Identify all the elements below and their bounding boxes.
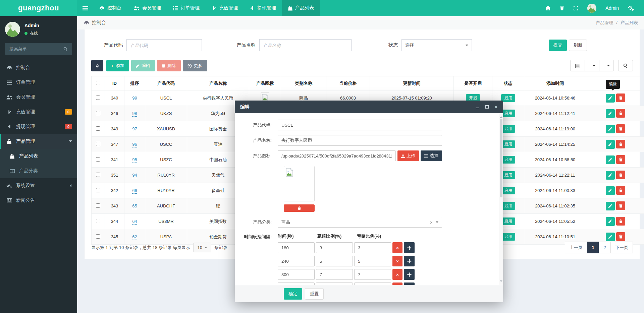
move-row-button[interactable]: [404, 283, 415, 285]
row-delete-button[interactable]: [616, 109, 625, 118]
row-edit-button[interactable]: [606, 171, 615, 180]
scrollbar-thumb[interactable]: [500, 119, 502, 197]
row-edit-button[interactable]: [606, 94, 615, 103]
header-open[interactable]: 是否开启: [454, 76, 492, 90]
header-icon[interactable]: 产品图标: [249, 76, 281, 90]
move-row-button[interactable]: [404, 242, 415, 253]
next-page-button[interactable]: 下一页: [610, 242, 633, 253]
row-checkbox[interactable]: [96, 188, 100, 192]
remove-image-button[interactable]: [284, 204, 315, 212]
header-code[interactable]: 产品代码: [145, 76, 187, 90]
sort-link[interactable]: 95: [132, 157, 137, 163]
row-delete-button[interactable]: [616, 232, 625, 241]
sidebar-item-product-mgmt[interactable]: 产品管理: [0, 134, 77, 149]
header-category[interactable]: 类别名称: [281, 76, 326, 90]
row-delete-button[interactable]: [616, 217, 625, 226]
sort-link[interactable]: 65: [132, 203, 137, 209]
header-price[interactable]: 当前价格: [326, 76, 370, 90]
time-seconds-input[interactable]: [278, 283, 315, 285]
status-select[interactable]: 选择: [401, 39, 472, 51]
sidebar-search-input[interactable]: 搜索菜单: [5, 43, 72, 55]
loss-ratio-input[interactable]: [354, 242, 391, 253]
page-1-button[interactable]: 1: [587, 242, 599, 253]
nav-item-withdraw[interactable]: 提现管理: [244, 0, 282, 16]
row-checkbox[interactable]: [96, 173, 100, 177]
sort-link[interactable]: 97: [132, 126, 137, 132]
nav-item-members[interactable]: 会员管理: [127, 0, 167, 16]
sidebar-item-news[interactable]: 新闻公告: [0, 193, 77, 208]
row-checkbox[interactable]: [96, 203, 100, 208]
loss-ratio-input[interactable]: [354, 269, 391, 280]
header-added[interactable]: 添加时间: [524, 76, 586, 90]
row-delete-button[interactable]: [616, 93, 625, 102]
delete-button[interactable]: 删除: [157, 60, 181, 71]
loss-ratio-input[interactable]: [354, 283, 391, 285]
header-sort[interactable]: 排序: [124, 76, 145, 90]
scroll-up-icon[interactable]: [500, 115, 502, 118]
row-delete-button[interactable]: [616, 171, 625, 179]
row-checkbox[interactable]: [96, 157, 100, 162]
sort-link[interactable]: 62: [132, 234, 137, 240]
sidebar-item-withdraw[interactable]: 提现管理 0: [0, 119, 77, 134]
edit-button[interactable]: 编辑: [131, 60, 155, 71]
filter-code-input[interactable]: [126, 39, 202, 51]
nav-item-product-list[interactable]: 产品列表: [282, 0, 320, 16]
sort-link[interactable]: 99: [132, 96, 137, 101]
sort-link[interactable]: 94: [132, 173, 137, 178]
sidebar-item-product-list[interactable]: 产品列表: [0, 149, 77, 164]
sidebar-item-members[interactable]: 会员管理: [0, 90, 77, 105]
home-icon[interactable]: [545, 6, 551, 10]
sidebar-item-recharge[interactable]: 充值管理 0: [0, 105, 77, 119]
user-avatar[interactable]: [587, 4, 596, 13]
time-seconds-input[interactable]: [278, 242, 315, 253]
row-edit-button[interactable]: [606, 125, 615, 133]
refresh-button[interactable]: 刷新: [569, 40, 587, 51]
row-delete-button[interactable]: [616, 124, 625, 133]
nav-item-recharge[interactable]: 充值管理: [206, 0, 244, 16]
category-select[interactable]: 商品 ×: [278, 217, 442, 228]
loss-ratio-input[interactable]: [354, 256, 391, 266]
win-ratio-input[interactable]: [316, 256, 353, 266]
remove-row-button[interactable]: ×: [392, 269, 402, 280]
win-ratio-input[interactable]: [316, 283, 353, 285]
sidebar-toggle-button[interactable]: [77, 0, 93, 16]
row-edit-button[interactable]: [606, 109, 615, 118]
choose-button[interactable]: 选择: [421, 150, 442, 161]
modal-scrollbar[interactable]: [499, 113, 503, 285]
columns-button[interactable]: [585, 60, 599, 71]
prev-page-button[interactable]: 上一页: [565, 242, 587, 253]
page-size-select[interactable]: 10: [193, 243, 211, 252]
sort-link[interactable]: 98: [132, 111, 137, 117]
row-delete-button[interactable]: [616, 186, 625, 195]
header-name[interactable]: 产品名称: [187, 76, 249, 90]
row-checkbox[interactable]: [96, 126, 100, 131]
close-icon[interactable]: ×: [494, 104, 498, 110]
move-row-button[interactable]: [404, 269, 415, 280]
sidebar-item-dashboard[interactable]: 控制台: [0, 60, 77, 75]
product-name-input[interactable]: [278, 135, 442, 146]
row-delete-button[interactable]: [616, 140, 625, 148]
header-id[interactable]: ID: [105, 76, 124, 90]
more-button[interactable]: 更多: [183, 60, 207, 71]
nav-item-orders[interactable]: 订单管理: [167, 0, 206, 16]
row-edit-button[interactable]: [606, 217, 615, 226]
maximize-icon[interactable]: [485, 105, 489, 109]
breadcrumb-item[interactable]: 产品管理: [596, 20, 613, 26]
row-edit-button[interactable]: [606, 155, 615, 164]
header-updated[interactable]: 更新时间: [370, 76, 454, 90]
navbar-username[interactable]: Admin: [605, 5, 619, 11]
select-all-checkbox[interactable]: [96, 81, 100, 85]
row-edit-button[interactable]: [606, 186, 615, 195]
row-checkbox[interactable]: [96, 111, 100, 115]
remove-row-button[interactable]: ×: [392, 242, 402, 253]
sort-link[interactable]: 66: [132, 188, 137, 194]
trash-icon[interactable]: [560, 6, 564, 10]
minimize-icon[interactable]: [476, 108, 479, 108]
row-delete-button[interactable]: [616, 201, 625, 210]
win-ratio-input[interactable]: [316, 269, 353, 280]
remove-row-button[interactable]: ×: [392, 283, 402, 285]
move-row-button[interactable]: [404, 256, 415, 266]
win-ratio-input[interactable]: [316, 242, 353, 253]
row-checkbox[interactable]: [96, 234, 100, 239]
fullscreen-icon[interactable]: [573, 6, 578, 11]
